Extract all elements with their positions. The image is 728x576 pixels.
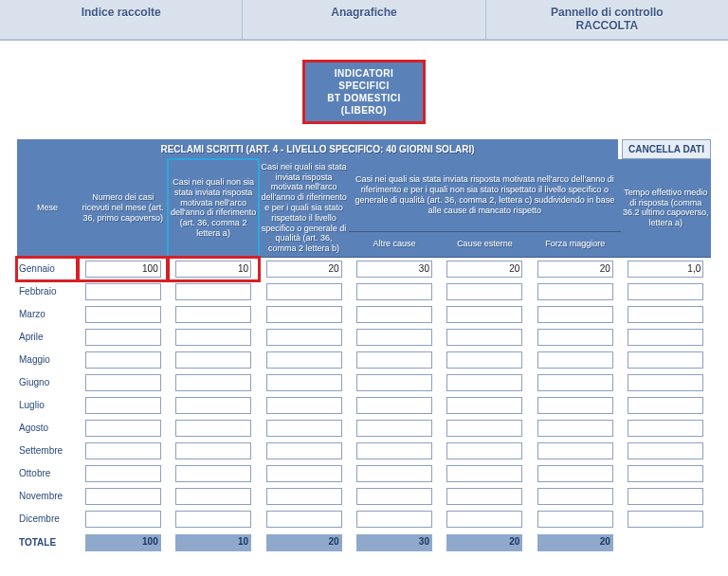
data-input[interactable] bbox=[356, 306, 432, 323]
data-input[interactable] bbox=[628, 306, 703, 323]
data-input[interactable] bbox=[446, 374, 522, 391]
data-input[interactable] bbox=[356, 442, 432, 459]
table-row: Agosto bbox=[17, 417, 711, 440]
month-label: Febbraio bbox=[17, 280, 78, 303]
data-input[interactable] bbox=[446, 283, 522, 300]
nav-anagrafiche[interactable]: Anagrafiche bbox=[243, 0, 485, 39]
nav-indice[interactable]: Indice raccolte bbox=[0, 0, 243, 39]
month-label: Ottobre bbox=[17, 462, 78, 485]
data-input[interactable] bbox=[266, 397, 342, 414]
data-input[interactable] bbox=[266, 306, 342, 323]
data-input[interactable] bbox=[175, 329, 251, 346]
data-input[interactable] bbox=[537, 465, 613, 482]
data-input[interactable] bbox=[446, 306, 522, 323]
data-input[interactable] bbox=[537, 420, 613, 437]
data-input[interactable] bbox=[175, 465, 251, 482]
data-input[interactable] bbox=[446, 261, 522, 278]
data-input[interactable] bbox=[266, 283, 342, 300]
data-input[interactable] bbox=[628, 329, 703, 346]
data-input[interactable] bbox=[85, 261, 161, 278]
data-input[interactable] bbox=[356, 283, 432, 300]
data-input[interactable] bbox=[175, 351, 251, 369]
data-input[interactable] bbox=[85, 397, 161, 414]
indicator-banner: INDICATORI SPECIFICI BT DOMESTICI (LIBER… bbox=[302, 60, 426, 124]
data-input[interactable] bbox=[85, 465, 161, 482]
data-input[interactable] bbox=[537, 351, 613, 369]
data-input[interactable] bbox=[85, 488, 161, 505]
data-input[interactable] bbox=[175, 306, 251, 323]
data-input[interactable] bbox=[266, 511, 342, 528]
data-input[interactable] bbox=[266, 329, 342, 346]
data-input[interactable] bbox=[356, 329, 432, 346]
data-input[interactable] bbox=[175, 420, 251, 437]
table-row: Aprile bbox=[17, 326, 711, 349]
data-input[interactable] bbox=[628, 420, 703, 437]
month-label: Giugno bbox=[17, 371, 78, 394]
data-input[interactable] bbox=[628, 261, 703, 278]
data-input[interactable] bbox=[356, 420, 432, 437]
data-input[interactable] bbox=[446, 420, 522, 437]
indicator-line1: INDICATORI SPECIFICI bbox=[311, 67, 417, 92]
data-input[interactable] bbox=[628, 511, 703, 528]
data-input[interactable] bbox=[356, 511, 432, 528]
data-input[interactable] bbox=[628, 442, 703, 459]
data-input[interactable] bbox=[356, 374, 432, 391]
data-input[interactable] bbox=[175, 374, 251, 391]
data-input[interactable] bbox=[537, 488, 613, 505]
data-input[interactable] bbox=[85, 351, 161, 369]
data-input[interactable] bbox=[537, 261, 613, 278]
totals-row: TOTALE1001020302020 bbox=[17, 531, 711, 555]
data-input[interactable] bbox=[628, 351, 703, 369]
data-input[interactable] bbox=[537, 397, 613, 414]
data-input[interactable] bbox=[446, 329, 522, 346]
data-input[interactable] bbox=[85, 306, 161, 323]
data-input[interactable] bbox=[85, 329, 161, 346]
data-input[interactable] bbox=[266, 351, 342, 369]
data-input[interactable] bbox=[85, 420, 161, 437]
data-input[interactable] bbox=[446, 511, 522, 528]
data-input[interactable] bbox=[537, 442, 613, 459]
data-input[interactable] bbox=[628, 465, 703, 482]
data-input[interactable] bbox=[446, 397, 522, 414]
data-input[interactable] bbox=[175, 261, 251, 278]
data-input[interactable] bbox=[175, 283, 251, 300]
data-input[interactable] bbox=[537, 283, 613, 300]
data-input[interactable] bbox=[356, 488, 432, 505]
data-input[interactable] bbox=[356, 261, 432, 278]
data-input[interactable] bbox=[266, 374, 342, 391]
data-input[interactable] bbox=[266, 488, 342, 505]
data-input[interactable] bbox=[356, 465, 432, 482]
data-input[interactable] bbox=[446, 465, 522, 482]
data-input[interactable] bbox=[628, 283, 703, 300]
th-col2: Casi nei quali non sia stata inviata ris… bbox=[168, 159, 258, 258]
data-input[interactable] bbox=[628, 397, 703, 414]
data-input[interactable] bbox=[266, 420, 342, 437]
cancella-dati-button[interactable]: CANCELLA DATI bbox=[622, 139, 711, 159]
data-input[interactable] bbox=[85, 374, 161, 391]
data-input[interactable] bbox=[356, 397, 432, 414]
data-input[interactable] bbox=[85, 283, 161, 300]
data-input[interactable] bbox=[537, 511, 613, 528]
data-input[interactable] bbox=[175, 511, 251, 528]
data-input[interactable] bbox=[537, 306, 613, 323]
nav-pannello[interactable]: Pannello di controllo RACCOLTA bbox=[486, 0, 728, 39]
data-input[interactable] bbox=[85, 511, 161, 528]
top-nav: Indice raccolte Anagrafiche Pannello di … bbox=[0, 0, 728, 41]
data-input[interactable] bbox=[356, 351, 432, 369]
data-input[interactable] bbox=[446, 442, 522, 459]
data-input[interactable] bbox=[446, 488, 522, 505]
data-input[interactable] bbox=[537, 329, 613, 346]
data-input[interactable] bbox=[628, 374, 703, 391]
data-input[interactable] bbox=[175, 442, 251, 459]
data-input[interactable] bbox=[266, 442, 342, 459]
table-row: Maggio bbox=[17, 349, 711, 371]
data-input[interactable] bbox=[266, 261, 342, 278]
indicator-line2: BT DOMESTICI (LIBERO) bbox=[311, 92, 417, 117]
data-input[interactable] bbox=[628, 488, 703, 505]
data-input[interactable] bbox=[85, 442, 161, 459]
data-input[interactable] bbox=[175, 397, 251, 414]
data-input[interactable] bbox=[175, 488, 251, 505]
data-input[interactable] bbox=[266, 465, 342, 482]
data-input[interactable] bbox=[537, 374, 613, 391]
data-input[interactable] bbox=[446, 351, 522, 369]
